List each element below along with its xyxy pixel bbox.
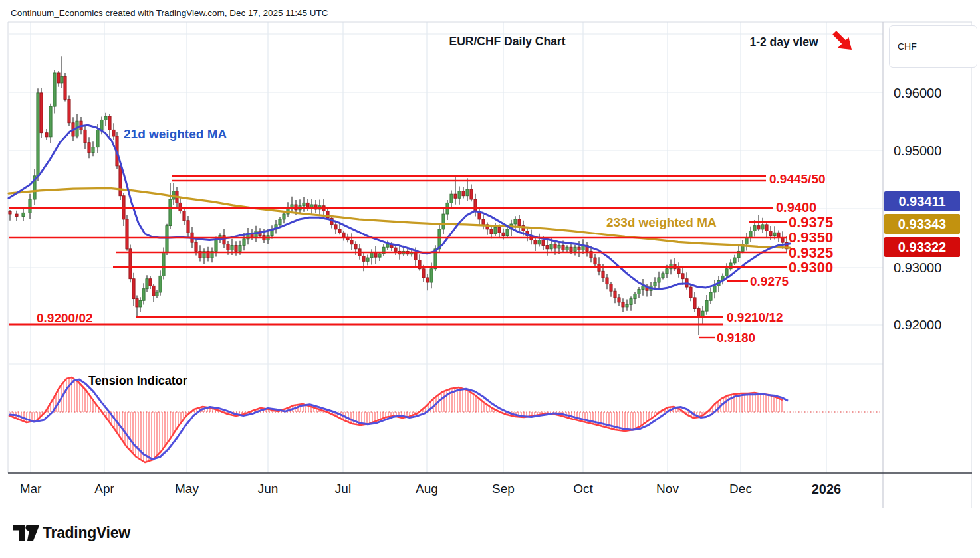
time-axis-label[interactable]: Jul bbox=[335, 482, 351, 496]
time-axis-label[interactable]: 2026 bbox=[812, 482, 842, 497]
time-axis-label[interactable]: Aug bbox=[416, 482, 438, 496]
time-axis-label[interactable]: May bbox=[175, 482, 199, 496]
time-axis-label[interactable]: Oct bbox=[573, 482, 593, 496]
brand-name[interactable]: TradingView bbox=[43, 524, 130, 542]
price-tick-label: 0.92000 bbox=[894, 318, 941, 333]
tradingview-logo-icon[interactable] bbox=[12, 523, 43, 543]
price-tick-label: 0.93000 bbox=[894, 260, 941, 276]
time-axis-label[interactable]: Sep bbox=[492, 482, 515, 496]
tradingview-chart-widget: Continuum_Economics created with Trading… bbox=[0, 0, 980, 558]
time-axis-label[interactable]: Jun bbox=[258, 482, 279, 496]
price-tick-label: 0.95000 bbox=[894, 143, 941, 159]
chart-canvas[interactable] bbox=[0, 0, 980, 558]
time-axis-label[interactable]: Mar bbox=[20, 482, 42, 496]
price-scale-currency-button[interactable]: CHF bbox=[889, 25, 977, 68]
price-tick-label: 0.96000 bbox=[894, 86, 941, 101]
time-axis-label[interactable]: Apr bbox=[94, 482, 114, 496]
currency-label: CHF bbox=[898, 41, 917, 52]
time-axis-label[interactable]: Dec bbox=[729, 482, 752, 496]
time-axis-label[interactable]: Nov bbox=[656, 482, 679, 496]
